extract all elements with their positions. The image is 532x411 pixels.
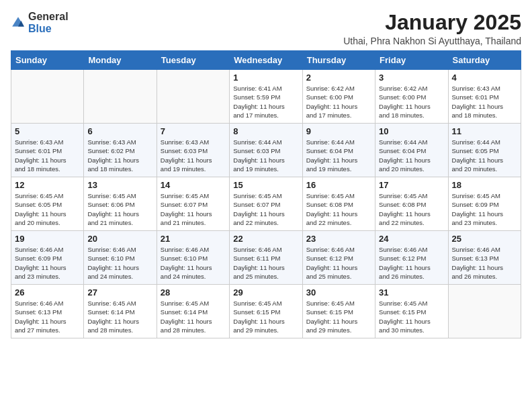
calendar-cell: 6Sunrise: 6:43 AM Sunset: 6:02 PM Daylig… [84,124,157,177]
day-number: 13 [87,180,152,190]
day-number: 29 [233,287,298,298]
weekday-header-sunday: Sunday [11,51,84,70]
day-info: Sunrise: 6:44 AM Sunset: 6:04 PM Dayligh… [379,138,444,173]
day-info: Sunrise: 6:46 AM Sunset: 6:10 PM Dayligh… [161,245,226,281]
calendar-week-row-3: 12Sunrise: 6:45 AM Sunset: 6:05 PM Dayli… [11,177,521,231]
weekday-header-monday: Monday [84,51,157,70]
day-info: Sunrise: 6:44 AM Sunset: 6:03 PM Dayligh… [233,138,298,173]
calendar-cell: 3Sunrise: 6:42 AM Sunset: 6:00 PM Daylig… [375,70,448,124]
day-info: Sunrise: 6:46 AM Sunset: 6:13 PM Dayligh… [452,245,517,281]
day-info: Sunrise: 6:45 AM Sunset: 6:15 PM Dayligh… [233,299,298,334]
day-number: 14 [161,180,226,190]
day-number: 12 [15,180,80,190]
calendar-cell: 10Sunrise: 6:44 AM Sunset: 6:04 PM Dayli… [375,124,448,177]
day-number: 11 [452,126,517,136]
logo-text-general: General [28,11,69,23]
day-number: 21 [161,234,226,244]
calendar-cell: 19Sunrise: 6:46 AM Sunset: 6:09 PM Dayli… [11,231,84,285]
calendar-cell: 14Sunrise: 6:45 AM Sunset: 6:07 PM Dayli… [157,177,229,231]
day-info: Sunrise: 6:45 AM Sunset: 6:15 PM Dayligh… [379,299,444,334]
day-number: 28 [161,287,226,298]
weekday-header-wednesday: Wednesday [230,51,302,70]
day-info: Sunrise: 6:44 AM Sunset: 6:05 PM Dayligh… [452,138,517,173]
logo-text-blue: Blue [28,23,69,35]
weekday-header-thursday: Thursday [302,51,375,70]
calendar-cell: 25Sunrise: 6:46 AM Sunset: 6:13 PM Dayli… [448,231,521,285]
calendar-cell: 21Sunrise: 6:46 AM Sunset: 6:10 PM Dayli… [157,231,229,285]
calendar-cell: 18Sunrise: 6:45 AM Sunset: 6:09 PM Dayli… [448,177,521,231]
calendar-week-row-2: 5Sunrise: 6:43 AM Sunset: 6:01 PM Daylig… [11,124,521,177]
calendar-cell: 16Sunrise: 6:45 AM Sunset: 6:08 PM Dayli… [302,177,375,231]
day-info: Sunrise: 6:43 AM Sunset: 6:02 PM Dayligh… [87,138,152,173]
calendar-cell: 26Sunrise: 6:46 AM Sunset: 6:13 PM Dayli… [11,285,84,338]
day-number: 2 [306,73,371,83]
calendar-cell: 15Sunrise: 6:45 AM Sunset: 6:07 PM Dayli… [230,177,302,231]
calendar-cell: 24Sunrise: 6:46 AM Sunset: 6:12 PM Dayli… [375,231,448,285]
day-number: 6 [87,126,152,136]
calendar-cell: 12Sunrise: 6:45 AM Sunset: 6:05 PM Dayli… [11,177,84,231]
day-number: 16 [306,180,371,190]
calendar-cell [84,70,157,124]
day-number: 22 [233,234,298,244]
calendar-cell: 20Sunrise: 6:46 AM Sunset: 6:10 PM Dayli… [84,231,157,285]
weekday-header-friday: Friday [375,51,448,70]
day-info: Sunrise: 6:45 AM Sunset: 6:05 PM Dayligh… [15,191,80,227]
day-number: 5 [15,126,80,136]
day-info: Sunrise: 6:44 AM Sunset: 6:04 PM Dayligh… [306,138,371,173]
day-info: Sunrise: 6:45 AM Sunset: 6:06 PM Dayligh… [87,191,152,227]
day-number: 27 [87,287,152,298]
location-subtitle: Uthai, Phra Nakhon Si Ayutthaya, Thailan… [343,36,521,46]
calendar-cell: 5Sunrise: 6:43 AM Sunset: 6:01 PM Daylig… [11,124,84,177]
day-number: 4 [452,73,517,83]
day-number: 17 [379,180,444,190]
day-info: Sunrise: 6:45 AM Sunset: 6:08 PM Dayligh… [306,191,371,227]
day-number: 8 [233,126,298,136]
header: General Blue January 2025 Uthai, Phra Na… [11,11,521,46]
day-info: Sunrise: 6:45 AM Sunset: 6:09 PM Dayligh… [452,191,517,227]
calendar-cell: 11Sunrise: 6:44 AM Sunset: 6:05 PM Dayli… [448,124,521,177]
logo: General Blue [11,11,69,34]
day-info: Sunrise: 6:46 AM Sunset: 6:10 PM Dayligh… [87,245,152,281]
day-info: Sunrise: 6:43 AM Sunset: 6:01 PM Dayligh… [452,84,517,120]
day-info: Sunrise: 6:45 AM Sunset: 6:15 PM Dayligh… [306,299,371,334]
day-info: Sunrise: 6:45 AM Sunset: 6:14 PM Dayligh… [161,299,226,334]
calendar-cell: 1Sunrise: 6:41 AM Sunset: 5:59 PM Daylig… [230,70,302,124]
day-number: 25 [452,234,517,244]
day-info: Sunrise: 6:42 AM Sunset: 6:00 PM Dayligh… [306,84,371,120]
day-info: Sunrise: 6:41 AM Sunset: 5:59 PM Dayligh… [233,84,298,120]
day-number: 24 [379,234,444,244]
calendar-cell: 27Sunrise: 6:45 AM Sunset: 6:14 PM Dayli… [84,285,157,338]
calendar-week-row-4: 19Sunrise: 6:46 AM Sunset: 6:09 PM Dayli… [11,231,521,285]
day-info: Sunrise: 6:46 AM Sunset: 6:12 PM Dayligh… [306,245,371,281]
day-number: 1 [233,73,298,83]
calendar-week-row-5: 26Sunrise: 6:46 AM Sunset: 6:13 PM Dayli… [11,285,521,338]
day-number: 19 [15,234,80,244]
day-info: Sunrise: 6:45 AM Sunset: 6:07 PM Dayligh… [233,191,298,227]
day-number: 7 [161,126,226,136]
calendar-cell: 28Sunrise: 6:45 AM Sunset: 6:14 PM Dayli… [157,285,229,338]
day-number: 26 [15,287,80,298]
day-info: Sunrise: 6:46 AM Sunset: 6:11 PM Dayligh… [233,245,298,281]
calendar-cell: 2Sunrise: 6:42 AM Sunset: 6:00 PM Daylig… [302,70,375,124]
calendar-table: SundayMondayTuesdayWednesdayThursdayFrid… [11,50,521,338]
calendar-cell [157,70,229,124]
logo-icon [11,15,26,30]
day-number: 3 [379,73,444,83]
calendar-cell: 8Sunrise: 6:44 AM Sunset: 6:03 PM Daylig… [230,124,302,177]
day-info: Sunrise: 6:46 AM Sunset: 6:12 PM Dayligh… [379,245,444,281]
day-number: 18 [452,180,517,190]
weekday-header-tuesday: Tuesday [157,51,229,70]
day-info: Sunrise: 6:45 AM Sunset: 6:08 PM Dayligh… [379,191,444,227]
day-number: 15 [233,180,298,190]
day-info: Sunrise: 6:45 AM Sunset: 6:14 PM Dayligh… [87,299,152,334]
calendar-cell: 29Sunrise: 6:45 AM Sunset: 6:15 PM Dayli… [230,285,302,338]
day-info: Sunrise: 6:45 AM Sunset: 6:07 PM Dayligh… [161,191,226,227]
calendar-cell: 7Sunrise: 6:43 AM Sunset: 6:03 PM Daylig… [157,124,229,177]
title-block: January 2025 Uthai, Phra Nakhon Si Ayutt… [343,11,521,46]
calendar-cell: 13Sunrise: 6:45 AM Sunset: 6:06 PM Dayli… [84,177,157,231]
calendar-cell [448,285,521,338]
day-number: 23 [306,234,371,244]
calendar-cell [11,70,84,124]
calendar-cell: 30Sunrise: 6:45 AM Sunset: 6:15 PM Dayli… [302,285,375,338]
day-info: Sunrise: 6:43 AM Sunset: 6:03 PM Dayligh… [161,138,226,173]
